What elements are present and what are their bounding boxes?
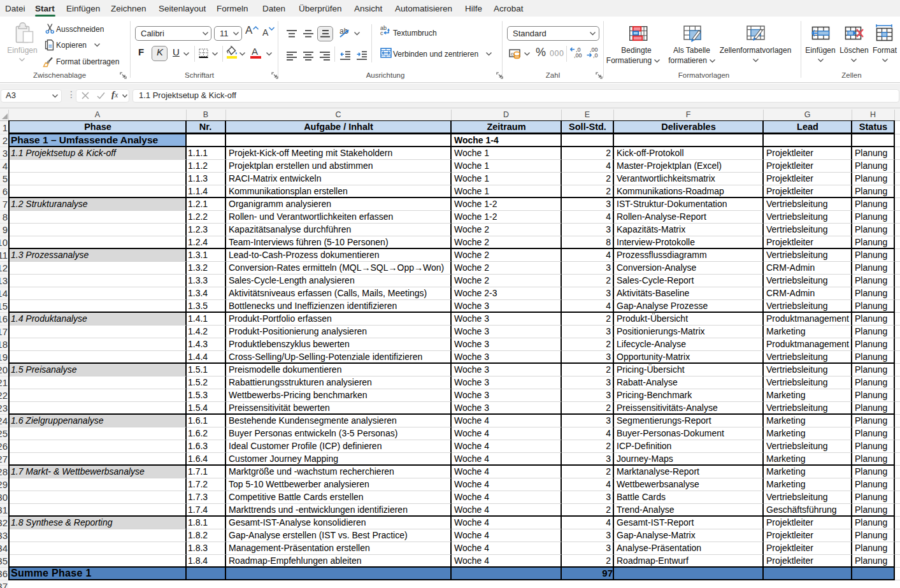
svg-text:c: c	[380, 30, 383, 36]
svg-text:,00: ,00	[574, 52, 582, 59]
svg-text:,0: ,0	[593, 52, 598, 59]
